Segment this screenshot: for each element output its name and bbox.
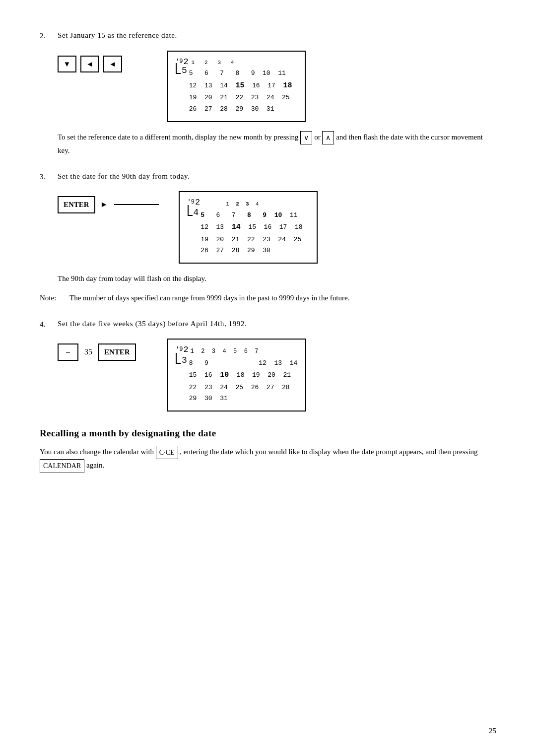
calendar-display-3: '9 2 1 2 3 4 5 6 7 3 8 9 12 13 14 15 16 …	[167, 339, 306, 412]
enter-key-1[interactable]: ENTER	[58, 196, 95, 213]
calendar-display-2: '9 2 1 2 3 4 4 5 6 7 8 9 10 11 12 13 14 …	[179, 191, 318, 264]
note-label: Note:	[40, 292, 69, 304]
note-text: The number of days specified can range f…	[69, 292, 496, 304]
step4-keys: – 35 ENTER	[58, 339, 147, 361]
enter-underline	[114, 204, 159, 205]
arrow-right-icon: ►	[100, 199, 108, 210]
step2-num: 2.	[40, 30, 58, 42]
caret-key-inline[interactable]: ∧	[322, 131, 334, 144]
step3-text: Set the date for the 90th day from today…	[58, 171, 496, 182]
calendar-display-1: '9 2 1 2 3 4 5 5 6 7 8 9 10 11 12 13 14 …	[167, 51, 306, 122]
cce-key-inline[interactable]: C·CE	[156, 446, 178, 460]
step4-text: Set the date five weeks (35 days) before…	[58, 318, 496, 330]
page-number: 25	[489, 725, 496, 737]
calendar-key-inline[interactable]: CALENDAR	[40, 459, 84, 473]
recalling-section: Recalling a month by designating the dat…	[40, 426, 496, 473]
left-arrow-key1[interactable]: ◄	[80, 56, 99, 73]
step3-num: 3.	[40, 171, 58, 183]
step2-para: To set the reference date to a different…	[58, 131, 496, 157]
step3-keys: ENTER ►	[58, 191, 159, 213]
minus-key[interactable]: –	[58, 344, 78, 361]
left-arrow-key2[interactable]: ◄	[103, 56, 122, 73]
step2-text: Set January 15 as the reference date.	[58, 30, 496, 41]
enter-key-2[interactable]: ENTER	[98, 344, 136, 361]
step4-num: 4.	[40, 318, 58, 330]
step3-note: Note: The number of days specified can r…	[40, 292, 496, 304]
v-key-inline[interactable]: ∨	[300, 131, 312, 144]
step2-keys: ▼ ◄ ◄	[58, 51, 147, 73]
section-heading: Recalling a month by designating the dat…	[40, 426, 496, 441]
down-arrow-key[interactable]: ▼	[58, 56, 76, 73]
section-para: You can also change the calendar with C·…	[40, 446, 496, 474]
num-35: 35	[84, 346, 92, 358]
step3-note1: The 90th day from today will flash on th…	[58, 273, 496, 285]
